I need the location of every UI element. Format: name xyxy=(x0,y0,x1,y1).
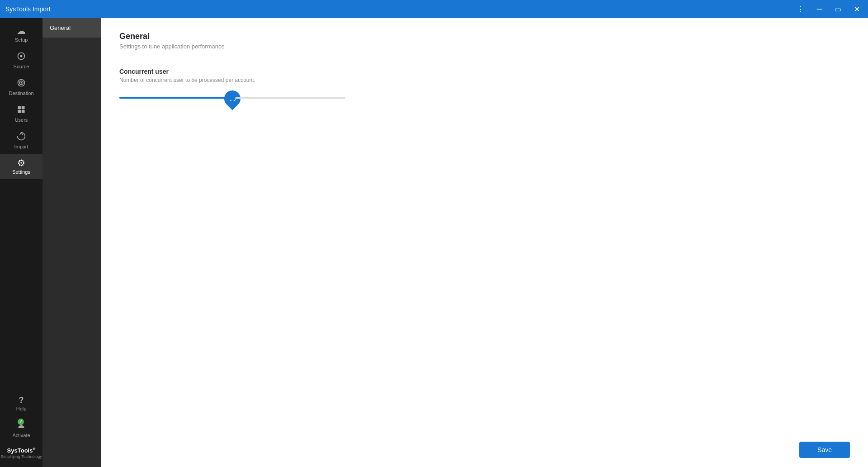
sidebar-label-destination: Destination xyxy=(9,91,33,96)
page-subtitle: Settings to tune application performance xyxy=(119,43,850,50)
systools-logo: SysTools® Simplifying Technology xyxy=(0,443,42,463)
users-icon xyxy=(17,105,26,115)
sidebar-item-import[interactable]: Import xyxy=(0,127,42,154)
sidebar-item-destination[interactable]: Destination xyxy=(0,74,42,100)
sidebar: ☁ Setup Source Destination Users Impor xyxy=(0,18,42,467)
svg-point-1 xyxy=(20,55,23,57)
svg-rect-8 xyxy=(22,110,25,113)
page-title: General xyxy=(119,32,850,41)
settings-icon: ⚙ xyxy=(17,158,25,167)
main-content: General Settings to tune application per… xyxy=(101,18,868,467)
help-icon: ? xyxy=(19,396,24,404)
minimize-button[interactable]: ─ xyxy=(814,4,825,14)
sidebar-bottom: ? Help ✓ Activate SysTools® Simplifying … xyxy=(0,391,42,467)
sidebar-item-setup[interactable]: ☁ Setup xyxy=(0,22,42,47)
sidebar-label-users: Users xyxy=(15,117,28,123)
destination-icon xyxy=(17,78,26,89)
svg-rect-5 xyxy=(18,106,21,110)
maximize-button[interactable]: ▭ xyxy=(832,4,844,14)
cloud-icon: ☁ xyxy=(17,26,26,35)
svg-rect-7 xyxy=(18,110,21,113)
logo-name: SysTools xyxy=(7,447,33,454)
close-button[interactable]: ✕ xyxy=(851,4,863,14)
sidebar-item-source[interactable]: Source xyxy=(0,47,42,74)
sub-sidebar-item-general[interactable]: General xyxy=(42,18,101,38)
app-title: SysTools Import xyxy=(5,5,51,13)
svg-rect-6 xyxy=(22,106,25,110)
import-icon xyxy=(17,132,26,142)
activate-wrapper: ✓ Activate xyxy=(12,420,30,438)
section-title-concurrent: Concurrent user xyxy=(119,68,850,75)
content-area: General General Settings to tune applica… xyxy=(42,18,868,467)
section-desc-concurrent: Number of concurrent user to be processe… xyxy=(119,77,850,83)
sidebar-label-activate: Activate xyxy=(12,433,30,438)
sidebar-item-help[interactable]: ? Help xyxy=(0,391,42,416)
svg-point-4 xyxy=(21,82,22,83)
sidebar-label-setup: Setup xyxy=(15,37,28,43)
source-icon xyxy=(17,52,26,62)
concurrent-user-slider-container: 10 xyxy=(119,97,345,99)
save-button-container: Save xyxy=(799,442,850,458)
app-body: ☁ Setup Source Destination Users Impor xyxy=(0,18,868,467)
sub-sidebar: General xyxy=(42,18,101,467)
sidebar-item-users[interactable]: Users xyxy=(0,100,42,127)
save-button[interactable]: Save xyxy=(799,442,850,458)
sidebar-label-settings: Settings xyxy=(12,169,30,175)
sidebar-item-settings[interactable]: ⚙ Settings xyxy=(0,154,42,179)
sidebar-label-help: Help xyxy=(16,406,27,411)
sidebar-item-activate[interactable]: ✓ Activate xyxy=(0,416,42,443)
menu-button[interactable]: ⋮ xyxy=(794,4,807,14)
title-bar: SysTools Import ⋮ ─ ▭ ✕ xyxy=(0,0,868,18)
sidebar-label-import: Import xyxy=(14,144,28,149)
logo-tagline: Simplifying Technology xyxy=(0,454,42,459)
sidebar-label-source: Source xyxy=(14,64,29,69)
sub-sidebar-label-general: General xyxy=(50,24,71,31)
